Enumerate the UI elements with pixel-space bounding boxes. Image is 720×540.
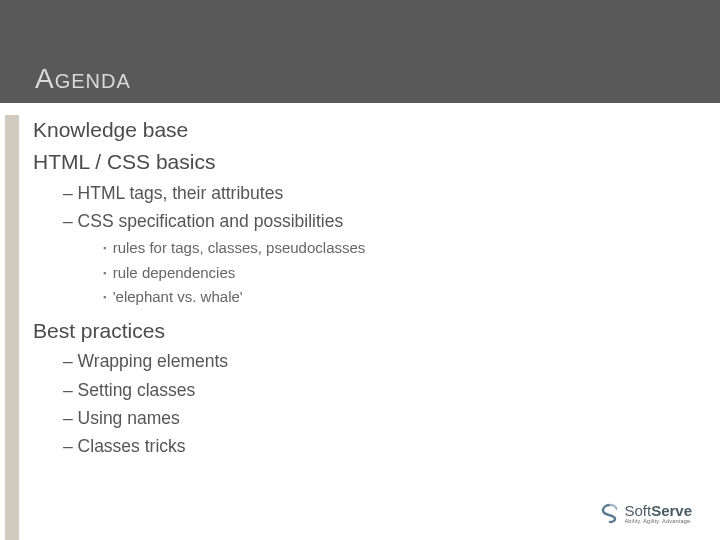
agenda-content: Knowledge base HTML / CSS basics HTML ta…: [33, 116, 673, 463]
left-accent-bar: [5, 115, 19, 540]
agenda-item: HTML / CSS basics: [33, 148, 673, 176]
agenda-subitem: HTML tags, their attributes: [63, 181, 673, 206]
agenda-subsubitem: 'elephant vs. whale': [103, 286, 673, 309]
slide: Agenda Knowledge base HTML / CSS basics …: [0, 0, 720, 540]
agenda-subitem: Setting classes: [63, 378, 673, 403]
agenda-subitem: CSS specification and possibilities: [63, 209, 673, 234]
title-bar: Agenda: [0, 0, 720, 103]
agenda-subsubitem: rules for tags, classes, pseudoclasses: [103, 237, 673, 260]
logo-tagline: Ability. Agility. Advantage.: [624, 519, 692, 525]
slide-title: Agenda: [35, 63, 131, 95]
agenda-subsubitem: rule dependencies: [103, 262, 673, 285]
logo-icon: [600, 503, 620, 523]
logo-name: SoftServe: [624, 503, 692, 518]
softserve-logo: SoftServe Ability. Agility. Advantage.: [600, 503, 692, 525]
agenda-subitem: Using names: [63, 406, 673, 431]
agenda-item: Best practices: [33, 317, 673, 345]
agenda-subitem: Classes tricks: [63, 434, 673, 459]
agenda-item: Knowledge base: [33, 116, 673, 144]
agenda-subitem: Wrapping elements: [63, 349, 673, 374]
